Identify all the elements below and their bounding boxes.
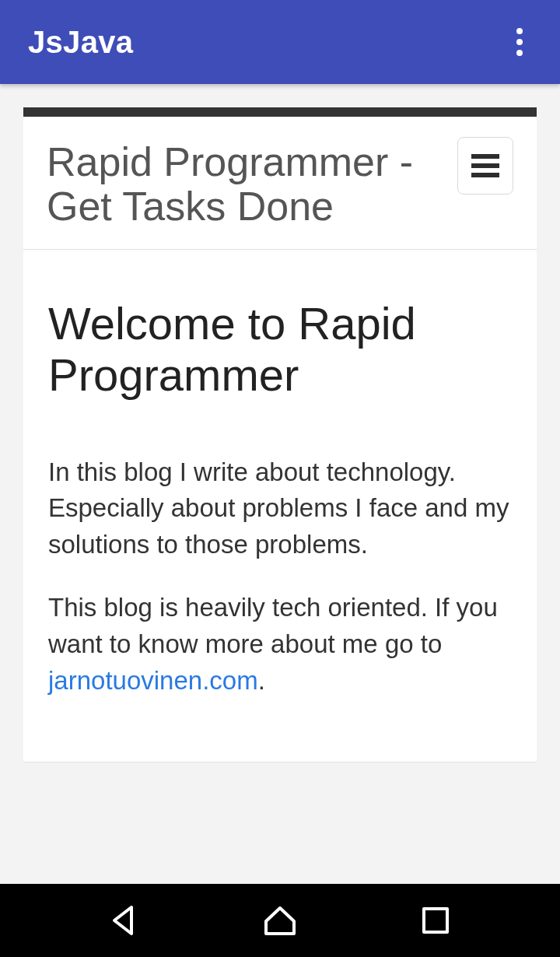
svg-point-1: [516, 39, 523, 45]
article-paragraph: In this blog I write about technology. E…: [48, 454, 512, 564]
back-button[interactable]: [78, 897, 171, 944]
system-nav-bar: [0, 884, 560, 957]
webview-content[interactable]: Rapid Programmer - Get Tasks Done Welcom…: [0, 84, 560, 762]
svg-rect-6: [424, 909, 447, 932]
back-icon: [108, 904, 141, 937]
paragraph-text: This blog is heavily tech oriented. If y…: [48, 593, 498, 658]
home-button[interactable]: [233, 897, 327, 944]
recents-icon: [422, 906, 450, 934]
article-paragraph: This blog is heavily tech oriented. If y…: [48, 590, 512, 699]
paragraph-text: .: [258, 666, 265, 695]
home-icon: [263, 904, 297, 937]
site-title[interactable]: Rapid Programmer - Get Tasks Done: [47, 134, 446, 229]
app-title: JsJava: [28, 25, 133, 60]
page-card: Rapid Programmer - Get Tasks Done Welcom…: [23, 117, 537, 762]
svg-point-0: [516, 28, 523, 34]
external-link[interactable]: jarnotuovinen.com: [48, 666, 258, 695]
site-menu-button[interactable]: [457, 137, 513, 195]
site-header: Rapid Programmer - Get Tasks Done: [23, 117, 537, 250]
accent-strip: [23, 107, 537, 117]
article-heading: Welcome to Rapid Programmer: [48, 298, 512, 401]
svg-point-2: [516, 50, 523, 56]
recents-button[interactable]: [389, 897, 482, 944]
more-vert-icon: [516, 27, 523, 57]
article-body: Welcome to Rapid Programmer In this blog…: [23, 250, 537, 762]
overflow-menu-button[interactable]: [501, 23, 538, 61]
app-bar: JsJava: [0, 0, 560, 84]
hamburger-icon: [471, 154, 499, 177]
